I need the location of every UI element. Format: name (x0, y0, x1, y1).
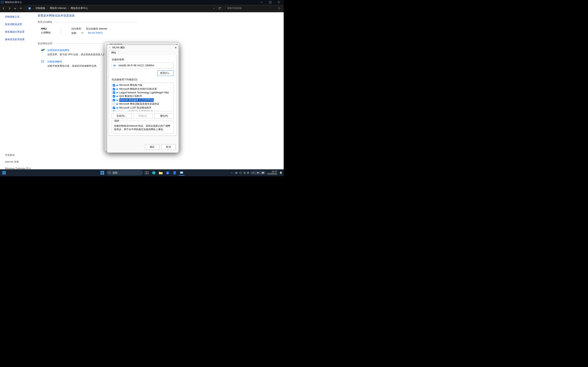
svg-rect-31 (101, 173, 102, 175)
cancel-button[interactable]: 取消 (161, 144, 176, 150)
divider (61, 27, 61, 34)
network-item-checkbox[interactable] (113, 84, 115, 86)
description-text: 传输控制协议/Internet 协议。该协议是默认的广域网络协议，用于在不同的相… (114, 125, 170, 131)
wifi-tray-icon[interactable] (252, 171, 255, 175)
nav-recent-button[interactable] (13, 6, 17, 11)
maximize-button[interactable] (266, 0, 274, 4)
svg-rect-38 (159, 172, 163, 174)
network-item-checkbox[interactable] (113, 95, 115, 98)
network-item-checkbox[interactable] (113, 111, 115, 111)
network-item-label: Internet 协议版本 6 (TCP/IPv6) (119, 110, 153, 111)
sidebar-item-home[interactable]: 控制面板主页 (5, 15, 32, 18)
description-header: 描述 (113, 119, 120, 123)
nav-up-button[interactable] (18, 6, 23, 11)
svg-rect-28 (4, 173, 6, 175)
connect-using-label: 连接时使用: (112, 58, 174, 61)
file-explorer-icon[interactable] (158, 170, 164, 176)
sidebar-item-internet-options[interactable]: Internet 选项 (5, 160, 32, 164)
protocol-icon (116, 95, 119, 97)
clock[interactable]: 18:37 2024/8/25 (267, 171, 277, 175)
sidebar-item-adapter-settings[interactable]: 更改适配器设置 (5, 23, 32, 26)
network-item-checkbox[interactable] (113, 88, 115, 90)
tab-network[interactable]: 网络 (109, 50, 119, 55)
protocol-icon (116, 111, 119, 111)
svg-rect-0 (1, 1, 3, 3)
notifications-icon[interactable] (279, 171, 283, 175)
network-items-list[interactable]: Microsoft 网络客户端Microsoft 网络的文件和打印机共享Leig… (112, 83, 174, 111)
new-connection-link[interactable]: 设置新的连接或网络 (47, 49, 108, 52)
properties-button[interactable]: 属性(R) (154, 113, 174, 119)
network-item-label: Leigod Network Technology LightWeight Fi… (119, 91, 169, 94)
edge-icon[interactable] (151, 170, 157, 176)
ime-indicator-en[interactable]: 英 (243, 171, 246, 175)
network-item-checkbox[interactable] (113, 92, 115, 94)
svg-rect-21 (116, 100, 118, 101)
breadcrumb-item[interactable]: 网络和 Internet (50, 7, 66, 10)
troubleshoot-link[interactable]: 问题疑难解答 (47, 60, 99, 63)
svg-rect-42 (180, 172, 183, 173)
svg-rect-32 (103, 173, 104, 175)
network-item-checkbox[interactable] (113, 99, 115, 101)
tray-date: 2024/8/25 (267, 173, 277, 175)
ok-button[interactable]: 确定 (145, 144, 159, 150)
svg-point-9 (82, 33, 83, 34)
widgets-button[interactable] (1, 170, 7, 176)
control-panel-taskbar-icon[interactable] (179, 170, 184, 176)
svg-point-44 (253, 173, 253, 174)
svg-rect-47 (262, 172, 264, 173)
breadcrumb-item[interactable]: 网络和共享中心 (71, 7, 88, 10)
tray-app-icon[interactable] (239, 171, 242, 175)
task-view-button[interactable] (144, 170, 150, 176)
sidebar-item-advanced-sharing[interactable]: 更改高级共享设置 (5, 30, 32, 34)
network-item-checkbox[interactable] (113, 107, 115, 109)
network-item-row[interactable]: QoS 数据包计划程序 (112, 94, 173, 98)
access-type-label: 访问类型: (71, 27, 82, 31)
install-button[interactable]: 安装(N)... (112, 113, 131, 119)
close-button[interactable]: ✕ (175, 46, 177, 49)
adapter-field[interactable]: Intel(R) Wi-Fi 6E AX211 160MHz (112, 63, 174, 68)
minimize-button[interactable] (258, 0, 266, 4)
network-item-row[interactable]: Microsoft 网络的文件和打印机共享 (112, 87, 173, 91)
network-item-checkbox[interactable] (113, 103, 115, 105)
network-item-row[interactable]: Microsoft 网络客户端 (112, 83, 173, 87)
refresh-button[interactable] (217, 6, 222, 11)
uninstall-button: 卸载(U) (133, 113, 153, 119)
search-icon (108, 172, 111, 174)
ime-indicator-pinyin[interactable]: 拼 (247, 171, 249, 175)
chevron-down-icon[interactable] (213, 7, 215, 9)
start-button[interactable] (99, 170, 105, 176)
app-icon[interactable] (172, 170, 177, 176)
protocol-icon (116, 84, 119, 86)
network-item-row[interactable]: Microsoft 网络适配器多路传送器协议 (112, 102, 173, 106)
svg-rect-20 (116, 96, 118, 97)
connection-link[interactable]: WLAN (HNU) (88, 31, 103, 35)
network-type: 公用网络 (41, 31, 51, 34)
control-panel-search[interactable]: 搜索控制面板 (225, 6, 283, 11)
items-list-label: 此连接使用下列项目(O): (112, 78, 174, 81)
network-item-row[interactable]: Microsoft LLDP 协议驱动程序 (112, 106, 173, 110)
chevron-right-icon: › (47, 7, 48, 10)
svg-rect-35 (145, 172, 147, 174)
configure-button[interactable]: 配置(C)... (157, 70, 174, 76)
network-item-row[interactable]: Leigod Network Technology LightWeight Fi… (112, 91, 173, 94)
nav-back-button[interactable] (1, 6, 6, 11)
battery-tray-icon[interactable] (261, 171, 265, 175)
svg-rect-36 (147, 172, 148, 174)
network-item-row[interactable]: Internet 协议版本 4 (TCP/IPv4) (112, 98, 173, 102)
close-window-button[interactable] (275, 0, 283, 4)
onedrive-icon[interactable] (234, 171, 238, 175)
nav-forward-button[interactable] (7, 6, 12, 11)
address-bar[interactable]: › 控制面板 › 网络和 Internet › 网络和共享中心 (27, 6, 216, 11)
network-item-row[interactable]: Internet 协议版本 6 (TCP/IPv6) (112, 110, 173, 111)
tray-overflow-icon[interactable] (230, 171, 233, 175)
svg-rect-10 (41, 49, 43, 51)
volume-tray-icon[interactable] (257, 171, 260, 175)
troubleshoot-desc: 诊断并修复网络问题，或者获得疑难解答信息。 (47, 64, 99, 68)
app-icon[interactable] (165, 170, 171, 176)
protocol-icon (116, 88, 119, 90)
breadcrumb-item[interactable]: 控制面板 (35, 7, 45, 10)
taskbar-search-placeholder: 搜索 (112, 171, 117, 175)
divider (54, 22, 138, 22)
taskbar-search[interactable]: 搜索 (106, 170, 143, 175)
sidebar-item-media-streaming[interactable]: 媒体流式处理选项 (5, 38, 32, 41)
